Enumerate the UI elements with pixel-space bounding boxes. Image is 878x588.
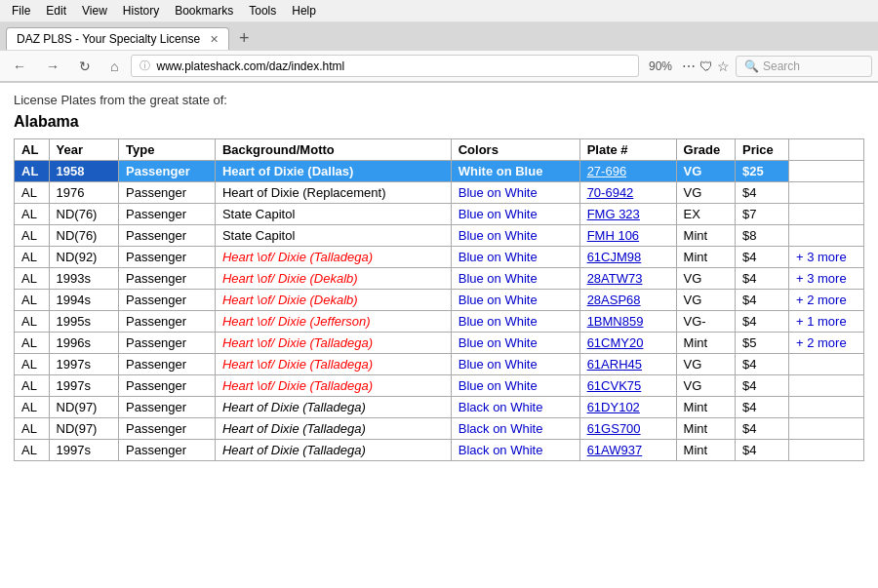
page-content: License Plates from the great state of: … [0, 83, 878, 471]
tab-close-button[interactable]: ✕ [210, 33, 219, 46]
cell-grade: VG [676, 354, 735, 375]
menu-tools[interactable]: Tools [243, 2, 282, 20]
cell-more[interactable]: + 2 more [788, 290, 863, 311]
header-plate: Plate # [579, 139, 676, 161]
menu-help[interactable]: Help [286, 2, 322, 20]
cell-plate[interactable]: 27-696 [579, 161, 676, 182]
cell-more [788, 225, 863, 247]
cell-more[interactable]: + 3 more [788, 268, 863, 290]
cell-al: AL [15, 161, 50, 182]
cell-al: AL [15, 311, 50, 333]
state-title: Alabama [14, 113, 864, 131]
cell-price: $4 [736, 247, 789, 268]
cell-plate[interactable]: 61AW937 [579, 440, 676, 461]
cell-plate[interactable]: 70-6942 [579, 182, 676, 204]
cell-type: Passenger [118, 333, 215, 354]
cell-plate[interactable]: 61CVK75 [579, 375, 676, 397]
cell-type: Passenger [118, 354, 215, 375]
cell-year: 1997s [49, 440, 118, 461]
cell-al: AL [15, 268, 50, 290]
cell-bg: Heart of Dixie (Talladega) [215, 440, 451, 461]
forward-button[interactable]: → [39, 56, 66, 77]
menu-file[interactable]: File [6, 2, 36, 20]
cell-plate[interactable]: 1BMN859 [579, 311, 676, 333]
cell-plate[interactable]: 28ASP68 [579, 290, 676, 311]
cell-price: $4 [736, 182, 789, 204]
table-row[interactable]: AL1993sPassengerHeart \of/ Dixie (Dekalb… [15, 268, 864, 290]
cell-colors: Blue on White [451, 333, 579, 354]
cell-bg: Heart of Dixie (Replacement) [215, 182, 451, 204]
cell-bg: Heart \of/ Dixie (Dekalb) [215, 290, 451, 311]
cell-year: 1995s [49, 311, 118, 333]
nav-bar: ← → ↻ ⌂ ⓘ www.plateshack.com/daz/index.h… [0, 51, 878, 82]
star-icon[interactable]: ☆ [717, 59, 730, 74]
table-row[interactable]: AL1958PassengerHeart of Dixie (Dallas)Wh… [15, 161, 864, 182]
cell-more[interactable]: + 1 more [788, 311, 863, 333]
cell-plate[interactable]: FMG 323 [579, 204, 676, 225]
cell-more [788, 204, 863, 225]
table-row[interactable]: AL1994sPassengerHeart \of/ Dixie (Dekalb… [15, 290, 864, 311]
cell-plate[interactable]: 61GS700 [579, 418, 676, 440]
cell-more [788, 354, 863, 375]
cell-grade: Mint [676, 397, 735, 418]
cell-more [788, 418, 863, 440]
menu-bookmarks[interactable]: Bookmarks [169, 2, 239, 20]
ellipsis-icon[interactable]: ⋯ [682, 59, 696, 74]
new-tab-button[interactable]: + [233, 26, 256, 51]
home-button[interactable]: ⌂ [103, 56, 125, 77]
cell-year: ND(76) [49, 204, 118, 225]
cell-plate[interactable]: 28ATW73 [579, 268, 676, 290]
cell-colors: Blue on White [451, 290, 579, 311]
table-row[interactable]: ALND(97)PassengerHeart of Dixie (Tallade… [15, 418, 864, 440]
table-row[interactable]: ALND(97)PassengerHeart of Dixie (Tallade… [15, 397, 864, 418]
cell-type: Passenger [118, 440, 215, 461]
menu-history[interactable]: History [117, 2, 165, 20]
cell-more [788, 161, 863, 182]
header-bg: Background/Motto [215, 139, 451, 161]
cell-al: AL [15, 440, 50, 461]
cell-plate[interactable]: 61CMY20 [579, 333, 676, 354]
tab-bar: DAZ PL8S - Your Specialty License ✕ + [0, 22, 878, 51]
cell-al: AL [15, 225, 50, 247]
url-text: www.plateshack.com/daz/index.html [156, 59, 630, 73]
table-row[interactable]: ALND(76)PassengerState CapitolBlue on Wh… [15, 225, 864, 247]
cell-year: 1993s [49, 268, 118, 290]
active-tab[interactable]: DAZ PL8S - Your Specialty License ✕ [6, 27, 229, 50]
cell-plate[interactable]: 61DY102 [579, 397, 676, 418]
cell-grade: VG [676, 182, 735, 204]
table-row[interactable]: AL1997sPassengerHeart \of/ Dixie (Tallad… [15, 375, 864, 397]
zoom-badge: 90% [645, 59, 676, 73]
table-row[interactable]: ALND(92)PassengerHeart \of/ Dixie (Talla… [15, 247, 864, 268]
cell-grade: EX [676, 204, 735, 225]
header-al: AL [15, 139, 50, 161]
cell-plate[interactable]: FMH 106 [579, 225, 676, 247]
table-row[interactable]: AL1996sPassengerHeart \of/ Dixie (Tallad… [15, 333, 864, 354]
cell-more[interactable]: + 3 more [788, 247, 863, 268]
cell-more[interactable]: + 2 more [788, 333, 863, 354]
cell-year: 1997s [49, 354, 118, 375]
table-row[interactable]: ALND(76)PassengerState CapitolBlue on Wh… [15, 204, 864, 225]
cell-type: Passenger [118, 225, 215, 247]
cell-colors: Black on White [451, 440, 579, 461]
menu-view[interactable]: View [76, 2, 113, 20]
back-button[interactable]: ← [6, 56, 33, 77]
cell-bg: Heart of Dixie (Talladega) [215, 418, 451, 440]
table-row[interactable]: AL1995sPassengerHeart \of/ Dixie (Jeffer… [15, 311, 864, 333]
search-bar[interactable]: 🔍 Search [736, 56, 872, 77]
shield-icon[interactable]: 🛡 [699, 59, 713, 74]
menu-edit[interactable]: Edit [40, 2, 72, 20]
refresh-button[interactable]: ↻ [72, 56, 98, 77]
table-row[interactable]: AL1976PassengerHeart of Dixie (Replaceme… [15, 182, 864, 204]
cell-colors: Blue on White [451, 311, 579, 333]
cell-plate[interactable]: 61ARH45 [579, 354, 676, 375]
cell-plate[interactable]: 61CJM98 [579, 247, 676, 268]
cell-bg: State Capitol [215, 204, 451, 225]
table-row[interactable]: AL1997sPassengerHeart of Dixie (Talladeg… [15, 440, 864, 461]
cell-price: $4 [736, 290, 789, 311]
header-type: Type [118, 139, 215, 161]
table-row[interactable]: AL1997sPassengerHeart \of/ Dixie (Tallad… [15, 354, 864, 375]
cell-bg: Heart \of/ Dixie (Dekalb) [215, 268, 451, 290]
url-bar[interactable]: ⓘ www.plateshack.com/daz/index.html [131, 55, 639, 77]
header-year: Year [49, 139, 118, 161]
cell-colors: Blue on White [451, 375, 579, 397]
